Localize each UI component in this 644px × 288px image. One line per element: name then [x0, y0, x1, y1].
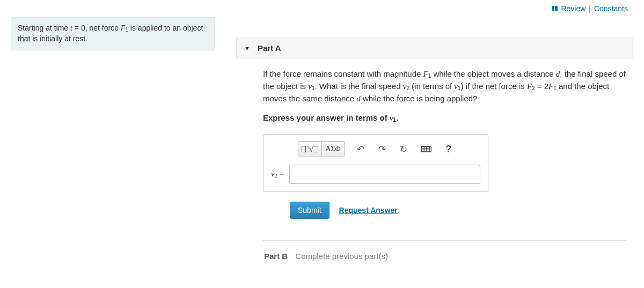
- keyboard-icon: [421, 146, 431, 152]
- templates-button[interactable]: x√: [298, 141, 322, 157]
- request-answer-link[interactable]: Request Answer: [339, 205, 398, 216]
- greek-button[interactable]: ΑΣΦ: [322, 141, 345, 157]
- part-b-label: Part B: [264, 252, 288, 261]
- constants-link[interactable]: Constants: [594, 4, 628, 13]
- answer-box: x√ ΑΣΦ ↶ ↷ ↻: [263, 134, 488, 192]
- problem-statement: Starting at time t = 0, net force F1 is …: [11, 17, 215, 50]
- part-a-question: If the force remains constant with magni…: [263, 68, 626, 105]
- sqrt-icon: x√: [307, 145, 318, 154]
- submit-button[interactable]: Submit: [290, 202, 330, 219]
- help-button[interactable]: ?: [441, 141, 456, 157]
- answer-input[interactable]: [289, 165, 480, 184]
- part-a-header[interactable]: ▼ Part A: [236, 38, 633, 58]
- book-icon: [552, 6, 558, 11]
- template-icon: [302, 146, 306, 152]
- part-b-status: Complete previous part(s): [295, 252, 388, 261]
- part-a-instruction: Express your answer in terms of v1.: [263, 112, 626, 124]
- review-link[interactable]: Review: [561, 4, 586, 13]
- part-b-row: Part B Complete previous part(s): [263, 250, 626, 262]
- greek-label: ΑΣΦ: [325, 145, 341, 153]
- redo-icon: ↷: [378, 144, 386, 155]
- divider: [263, 240, 626, 241]
- variable-label: v2 =: [271, 168, 285, 180]
- redo-button[interactable]: ↷: [375, 141, 390, 157]
- part-a-title: Part A: [258, 43, 281, 53]
- reset-icon: ↻: [400, 144, 407, 155]
- undo-button[interactable]: ↶: [353, 141, 368, 157]
- separator: |: [589, 4, 591, 13]
- caret-down-icon: ▼: [244, 45, 250, 51]
- reset-button[interactable]: ↻: [396, 141, 411, 157]
- undo-icon: ↶: [357, 144, 364, 155]
- keyboard-button[interactable]: [418, 141, 435, 157]
